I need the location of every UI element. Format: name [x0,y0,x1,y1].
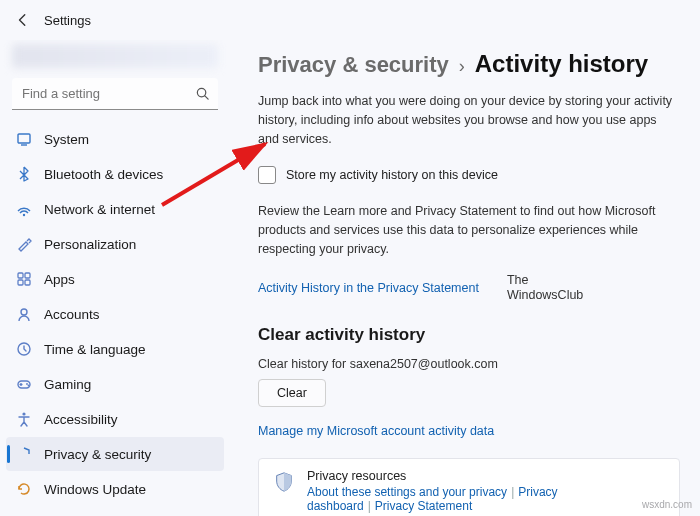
privacy-icon [16,446,32,462]
time-icon [16,341,32,357]
clear-history-account-label: Clear history for saxena2507@outlook.com [258,357,680,371]
svg-point-16 [22,412,25,415]
sidebar-item-bluetooth[interactable]: Bluetooth & devices [6,157,224,191]
clear-button[interactable]: Clear [258,379,326,407]
back-button[interactable] [16,13,30,27]
store-history-row: Store my activity history on this device [258,166,680,184]
update-icon [16,481,32,497]
sidebar-item-privacy[interactable]: Privacy & security [6,437,224,471]
svg-line-1 [205,96,208,99]
search-input[interactable] [12,78,218,110]
privacy-resources-card: Privacy resources About these settings a… [258,458,680,517]
svg-rect-5 [18,273,23,278]
store-history-checkbox[interactable] [258,166,276,184]
sidebar: SystemBluetooth & devicesNetwork & inter… [0,40,230,516]
accounts-icon [16,306,32,322]
sidebar-item-gaming[interactable]: Gaming [6,367,224,401]
sidebar-item-time[interactable]: Time & language [6,332,224,366]
svg-rect-6 [25,273,30,278]
settings-window: Settings SystemBluetooth & devicesNetwor… [0,0,700,516]
accessibility-icon [16,411,32,427]
sidebar-item-label: Windows Update [44,482,146,497]
sidebar-item-update[interactable]: Windows Update [6,472,224,506]
sidebar-item-apps[interactable]: Apps [6,262,224,296]
user-profile-card[interactable] [12,44,218,68]
svg-point-4 [23,214,25,216]
system-icon [16,131,32,147]
sidebar-item-accounts[interactable]: Accounts [6,297,224,331]
resources-title: Privacy resources [307,469,665,483]
search-box[interactable] [12,78,218,110]
content-pane: Privacy & security › Activity history Ju… [230,40,700,516]
sidebar-item-label: Personalization [44,237,136,252]
page-description: Jump back into what you were doing on yo… [258,92,680,148]
apps-icon [16,271,32,287]
window-title: Settings [44,13,91,28]
sidebar-item-network[interactable]: Network & internet [6,192,224,226]
chevron-right-icon: › [459,56,465,77]
sidebar-item-label: Accounts [44,307,100,322]
nav-list: SystemBluetooth & devicesNetwork & inter… [6,122,224,506]
sidebar-item-label: Bluetooth & devices [44,167,163,182]
network-icon [16,201,32,217]
sidebar-item-label: Network & internet [44,202,155,217]
resources-link-0[interactable]: About these settings and your privacy [307,485,507,499]
resources-links: About these settings and your privacy|Pr… [307,485,665,513]
gaming-icon [16,376,32,392]
sidebar-item-label: Accessibility [44,412,118,427]
breadcrumb: Privacy & security › Activity history [258,50,680,78]
privacy-statement-link[interactable]: Activity History in the Privacy Statemen… [258,281,479,295]
svg-point-14 [26,383,28,385]
svg-rect-7 [18,280,23,285]
personalization-icon [16,236,32,252]
svg-rect-8 [25,280,30,285]
sidebar-item-accessibility[interactable]: Accessibility [6,402,224,436]
sidebar-item-label: Apps [44,272,75,287]
sidebar-item-label: Gaming [44,377,91,392]
bluetooth-icon [16,166,32,182]
sidebar-item-system[interactable]: System [6,122,224,156]
svg-point-15 [28,385,30,387]
brand-logo: The WindowsClub [507,273,583,303]
back-arrow-icon [16,13,30,27]
review-text: Review the Learn more and Privacy Statem… [258,202,680,258]
resources-link-2[interactable]: Privacy Statement [375,499,472,513]
search-icon [195,86,210,104]
shield-icon [273,471,295,493]
titlebar: Settings [0,0,700,40]
sidebar-item-label: Privacy & security [44,447,151,462]
svg-rect-2 [18,134,30,143]
manage-account-link[interactable]: Manage my Microsoft account activity dat… [258,424,494,438]
breadcrumb-parent[interactable]: Privacy & security [258,52,449,78]
sidebar-item-label: System [44,132,89,147]
sidebar-item-personalization[interactable]: Personalization [6,227,224,261]
page-title: Activity history [475,50,648,78]
watermark: wsxdn.com [642,499,692,510]
clear-history-heading: Clear activity history [258,325,680,345]
sidebar-item-label: Time & language [44,342,146,357]
svg-point-9 [21,309,27,315]
store-history-label: Store my activity history on this device [286,168,498,182]
